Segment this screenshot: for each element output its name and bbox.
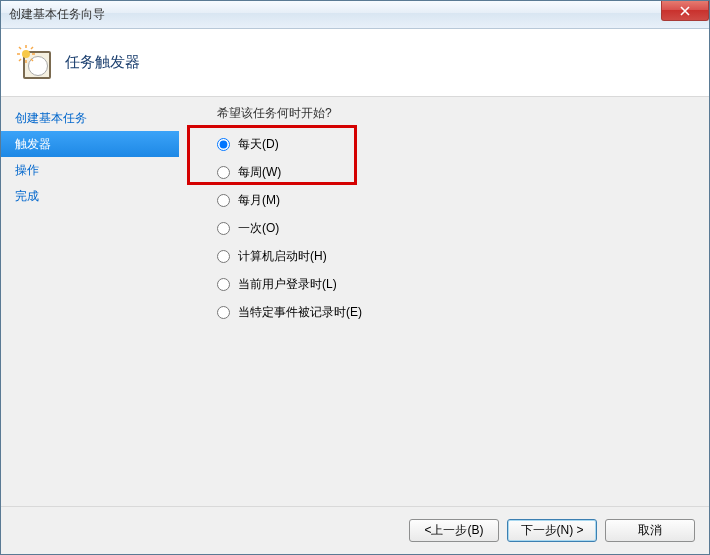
wizard-footer: <上一步(B) 下一步(N) > 取消 (1, 506, 709, 554)
svg-line-5 (19, 47, 21, 49)
option-daily[interactable]: 每天(D) (217, 136, 695, 153)
option-logon[interactable]: 当前用户登录时(L) (217, 276, 695, 293)
option-label: 每周(W) (238, 164, 281, 181)
svg-line-7 (31, 47, 33, 49)
radio-startup[interactable] (217, 250, 230, 263)
option-label: 当特定事件被记录时(E) (238, 304, 362, 321)
prompt-text: 希望该任务何时开始? (217, 105, 695, 122)
wizard-sidebar: 创建基本任务 触发器 操作 完成 (1, 97, 179, 506)
sidebar-item-action[interactable]: 操作 (1, 157, 179, 183)
option-label: 每天(D) (238, 136, 279, 153)
wizard-window: 创建基本任务向导 任务触发器 创建基本任务 触发器 (0, 0, 710, 555)
sidebar-item-trigger[interactable]: 触发器 (1, 131, 179, 157)
option-startup[interactable]: 计算机启动时(H) (217, 248, 695, 265)
close-button[interactable] (661, 1, 709, 21)
radio-daily[interactable] (217, 138, 230, 151)
titlebar: 创建基本任务向导 (1, 1, 709, 29)
svg-line-6 (31, 59, 33, 61)
sidebar-item-finish[interactable]: 完成 (1, 183, 179, 209)
wizard-header: 任务触发器 (1, 29, 709, 97)
option-label: 每月(M) (238, 192, 280, 209)
window-title: 创建基本任务向导 (9, 6, 105, 23)
wizard-body: 创建基本任务 触发器 操作 完成 希望该任务何时开始? 每天(D) 每周(W) … (1, 97, 709, 506)
radio-monthly[interactable] (217, 194, 230, 207)
radio-event[interactable] (217, 306, 230, 319)
wizard-content: 希望该任务何时开始? 每天(D) 每周(W) 每月(M) 一次(O) (179, 97, 709, 506)
option-once[interactable]: 一次(O) (217, 220, 695, 237)
option-weekly[interactable]: 每周(W) (217, 164, 695, 181)
radio-once[interactable] (217, 222, 230, 235)
option-monthly[interactable]: 每月(M) (217, 192, 695, 209)
next-button[interactable]: 下一步(N) > (507, 519, 597, 542)
option-label: 计算机启动时(H) (238, 248, 327, 265)
option-event[interactable]: 当特定事件被记录时(E) (217, 304, 695, 321)
sidebar-item-create-task[interactable]: 创建基本任务 (1, 105, 179, 131)
trigger-icon (19, 47, 51, 79)
back-button[interactable]: <上一步(B) (409, 519, 499, 542)
trigger-options: 每天(D) 每周(W) 每月(M) 一次(O) 计算机启动时(H) (217, 136, 695, 321)
svg-line-8 (19, 59, 21, 61)
cancel-button[interactable]: 取消 (605, 519, 695, 542)
page-title: 任务触发器 (65, 53, 140, 72)
svg-point-0 (22, 50, 30, 58)
option-label: 一次(O) (238, 220, 279, 237)
radio-logon[interactable] (217, 278, 230, 291)
radio-weekly[interactable] (217, 166, 230, 179)
option-label: 当前用户登录时(L) (238, 276, 337, 293)
close-icon (680, 6, 690, 16)
